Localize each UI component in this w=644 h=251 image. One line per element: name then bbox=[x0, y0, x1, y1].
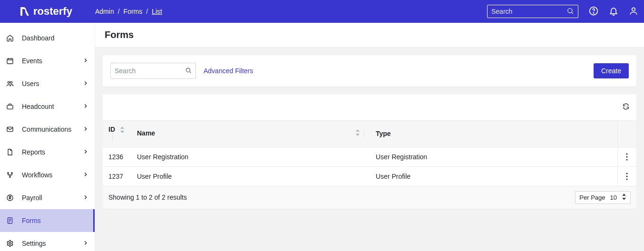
col-header-name[interactable]: Name bbox=[131, 121, 370, 147]
svg-point-15 bbox=[10, 176, 11, 178]
col-header-id-label: ID bbox=[108, 126, 115, 133]
cell-type: User Profile bbox=[370, 166, 617, 186]
svg-point-3 bbox=[593, 12, 594, 13]
col-header-type-label: Type bbox=[376, 130, 391, 137]
filter-bar: Advanced Filters Create bbox=[103, 55, 636, 87]
table-toolbar bbox=[103, 94, 636, 121]
row-actions-icon[interactable] bbox=[624, 153, 631, 161]
search-icon bbox=[566, 7, 574, 16]
page-title: Forms bbox=[105, 29, 634, 40]
local-search-input[interactable] bbox=[115, 67, 185, 75]
sidebar: Dashboard Events Users Headcount Communi… bbox=[0, 23, 95, 251]
per-page-value: 10 bbox=[610, 194, 617, 201]
sidebar-item-settings[interactable]: Settings bbox=[0, 232, 95, 251]
cell-id: 1237 bbox=[103, 166, 131, 186]
table-footer: Showing 1 to 2 of 2 results Per Page 10 bbox=[103, 186, 636, 209]
svg-point-30 bbox=[626, 159, 628, 160]
table-card: ID Name Type bbox=[103, 94, 636, 209]
calendar-icon bbox=[6, 57, 14, 65]
svg-point-10 bbox=[10, 81, 12, 83]
advanced-filters-link[interactable]: Advanced Filters bbox=[204, 67, 253, 75]
breadcrumb-admin[interactable]: Admin bbox=[95, 8, 114, 15]
svg-point-9 bbox=[8, 81, 10, 83]
svg-point-29 bbox=[626, 156, 628, 157]
cell-name: User Profile bbox=[131, 166, 370, 186]
sidebar-item-headcount[interactable]: Headcount bbox=[0, 95, 95, 118]
refresh-icon[interactable] bbox=[622, 103, 630, 112]
chevron-right-icon bbox=[82, 80, 89, 88]
svg-line-1 bbox=[572, 12, 573, 14]
sidebar-item-reports[interactable]: Reports bbox=[0, 141, 95, 164]
svg-rect-11 bbox=[7, 105, 13, 109]
sidebar-item-label: Payroll bbox=[22, 194, 82, 202]
local-search[interactable] bbox=[110, 63, 196, 79]
sidebar-item-users[interactable]: Users bbox=[0, 72, 95, 95]
column-separator bbox=[364, 129, 364, 138]
per-page-selector[interactable]: Per Page 10 bbox=[575, 191, 631, 204]
help-icon[interactable] bbox=[589, 6, 598, 17]
svg-marker-34 bbox=[622, 193, 626, 196]
table-row[interactable]: 1237 User Profile User Profile bbox=[103, 166, 636, 186]
svg-point-0 bbox=[568, 8, 572, 12]
sidebar-item-dashboard[interactable]: Dashboard bbox=[0, 27, 95, 49]
row-actions-icon[interactable] bbox=[624, 173, 631, 180]
breadcrumb: Admin / Forms / List bbox=[95, 8, 162, 15]
file-icon bbox=[6, 148, 14, 156]
svg-point-4 bbox=[632, 8, 635, 11]
per-page-label: Per Page bbox=[579, 194, 605, 201]
sidebar-item-label: Reports bbox=[22, 148, 82, 156]
svg-point-33 bbox=[626, 178, 628, 180]
sidebar-item-label: Workflows bbox=[22, 171, 82, 179]
sort-icon bbox=[355, 129, 364, 138]
sidebar-item-label: Users bbox=[22, 80, 82, 87]
svg-marker-27 bbox=[356, 134, 360, 136]
results-text: Showing 1 to 2 of 2 results bbox=[108, 193, 187, 201]
breadcrumb-forms[interactable]: Forms bbox=[124, 8, 143, 15]
col-header-type[interactable]: Type bbox=[370, 121, 617, 147]
brand-icon bbox=[19, 6, 30, 17]
sidebar-item-label: Forms bbox=[22, 217, 89, 224]
user-icon[interactable] bbox=[629, 6, 638, 17]
svg-line-23 bbox=[190, 71, 191, 73]
svg-marker-26 bbox=[356, 129, 360, 132]
column-separator bbox=[112, 134, 113, 142]
users-icon bbox=[6, 80, 14, 87]
col-header-id[interactable]: ID bbox=[103, 121, 131, 147]
svg-marker-24 bbox=[120, 126, 124, 129]
sidebar-item-workflows[interactable]: Workflows bbox=[0, 164, 95, 186]
chevron-right-icon bbox=[82, 171, 89, 179]
form-icon bbox=[6, 217, 14, 224]
sort-icon bbox=[120, 126, 125, 133]
sidebar-item-label: Dashboard bbox=[22, 34, 89, 42]
main-content: Forms Advanced Filters Create bbox=[95, 23, 644, 251]
global-search-input[interactable] bbox=[491, 8, 566, 15]
col-header-actions bbox=[617, 121, 636, 147]
chevron-right-icon bbox=[82, 148, 89, 156]
breadcrumb-separator: / bbox=[118, 8, 120, 15]
sidebar-item-forms[interactable]: Forms bbox=[0, 209, 95, 232]
create-button[interactable]: Create bbox=[594, 63, 629, 78]
chevron-right-icon bbox=[82, 194, 89, 202]
svg-point-28 bbox=[626, 153, 628, 154]
brand-logo[interactable]: rosterfy bbox=[6, 5, 95, 18]
search-icon bbox=[185, 67, 192, 75]
gear-icon bbox=[6, 240, 14, 247]
cell-name: User Registration bbox=[131, 147, 370, 166]
global-search[interactable] bbox=[487, 5, 578, 18]
svg-point-21 bbox=[9, 242, 11, 244]
sidebar-item-communications[interactable]: Communications bbox=[0, 118, 95, 141]
breadcrumb-list[interactable]: List bbox=[152, 8, 162, 15]
sidebar-item-payroll[interactable]: Payroll bbox=[0, 186, 95, 209]
sidebar-item-label: Communications bbox=[22, 126, 82, 133]
bell-icon[interactable] bbox=[609, 6, 618, 17]
brand-name: rosterfy bbox=[33, 5, 72, 18]
svg-marker-35 bbox=[622, 198, 626, 200]
chevron-right-icon bbox=[82, 126, 89, 134]
sidebar-item-label: Settings bbox=[22, 240, 82, 247]
forms-table: ID Name Type bbox=[103, 121, 636, 186]
cell-type: User Registration bbox=[370, 147, 617, 166]
sidebar-item-events[interactable]: Events bbox=[0, 49, 95, 72]
svg-point-14 bbox=[11, 173, 13, 174]
svg-point-13 bbox=[8, 173, 9, 174]
table-row[interactable]: 1236 User Registration User Registration bbox=[103, 147, 636, 166]
